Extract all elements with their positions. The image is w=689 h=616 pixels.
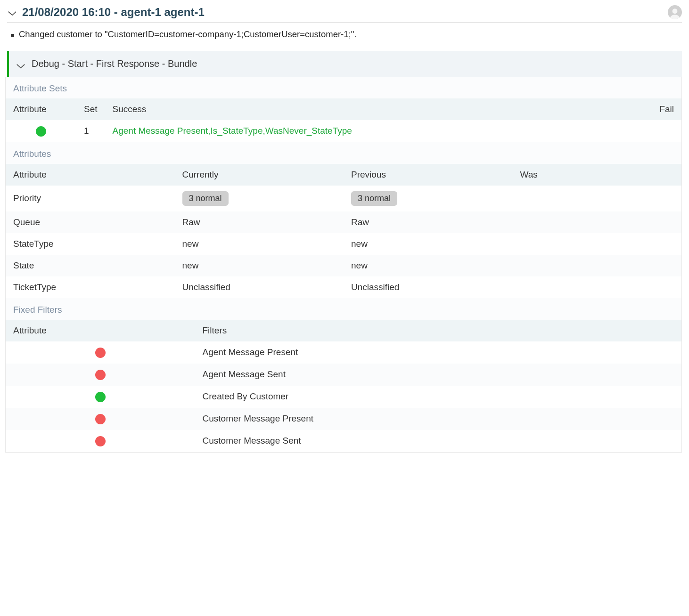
change-text: Changed customer to "CustomerID=customer… — [19, 29, 356, 40]
cell-filter: Agent Message Present — [195, 341, 681, 364]
change-list: Changed customer to "CustomerID=customer… — [7, 23, 682, 51]
cell-currently: new — [175, 233, 344, 255]
col-currently: Currently — [175, 164, 344, 186]
cell-was — [513, 255, 682, 276]
col-success: Success — [105, 98, 648, 120]
cell-previous: new — [344, 255, 513, 276]
table-row: TicketTypeUnclassifiedUnclassified — [6, 276, 681, 298]
cell-filter: Created By Customer — [195, 386, 681, 408]
cell-filter: Customer Message Sent — [195, 430, 681, 452]
cell-was — [513, 233, 682, 255]
cell-currently: new — [175, 255, 344, 276]
col-set: Set — [76, 98, 105, 120]
cell-currently: Unclassified — [175, 276, 344, 298]
cell-attribute: TicketType — [6, 276, 175, 298]
status-dot-icon — [36, 126, 46, 137]
cell-attribute: Priority — [6, 186, 175, 211]
section-title: Attributes — [6, 142, 681, 164]
avatar — [668, 5, 682, 19]
section-title: Attribute Sets — [6, 77, 681, 98]
cell-status — [6, 386, 195, 408]
cell-attribute: StateType — [6, 233, 175, 255]
value-tag: 3 normal — [182, 191, 229, 206]
cell-currently: 3 normal — [175, 186, 344, 211]
table-row: Agent Message Present — [6, 341, 681, 364]
history-entry-header[interactable]: 21/08/2020 16:10 - agent-1 agent-1 — [7, 2, 682, 23]
cell-status — [6, 430, 195, 452]
col-was: Was — [513, 164, 682, 186]
attribute-sets-table: Attribute Set Success Fail 1 Agent Messa… — [6, 98, 681, 142]
change-item: Changed customer to "CustomerID=customer… — [11, 29, 682, 40]
col-attribute: Attribute — [6, 164, 175, 186]
table-row: StateTypenewnew — [6, 233, 681, 255]
status-dot-icon — [95, 348, 106, 358]
cell-set: 1 — [76, 120, 105, 142]
table-row: Priority3 normal3 normal — [6, 186, 681, 211]
cell-filter: Agent Message Sent — [195, 364, 681, 386]
cell-was — [513, 211, 682, 233]
table-row: Customer Message Sent — [6, 430, 681, 452]
cell-fail — [648, 120, 681, 142]
cell-attribute: State — [6, 255, 175, 276]
debug-panel-title: Debug - Start - First Response - Bundle — [32, 58, 197, 69]
status-dot-icon — [95, 392, 106, 402]
section-title: Fixed Filters — [6, 298, 681, 320]
cell-was — [513, 276, 682, 298]
bullet-icon — [11, 34, 14, 37]
status-dot-icon — [95, 414, 106, 424]
cell-was — [513, 186, 682, 211]
attributes-table: Attribute Currently Previous Was Priorit… — [6, 164, 681, 298]
table-row: 1 Agent Message Present,Is_StateType,Was… — [6, 120, 681, 142]
history-entry-title: 21/08/2020 16:10 - agent-1 agent-1 — [22, 6, 205, 19]
cell-filter: Customer Message Present — [195, 408, 681, 430]
table-row: Statenewnew — [6, 255, 681, 276]
col-attribute: Attribute — [6, 320, 195, 341]
cell-success: Agent Message Present,Is_StateType,WasNe… — [105, 120, 648, 142]
cell-status — [6, 364, 195, 386]
table-row: QueueRawRaw — [6, 211, 681, 233]
cell-currently: Raw — [175, 211, 344, 233]
table-row: Customer Message Present — [6, 408, 681, 430]
cell-previous: Unclassified — [344, 276, 513, 298]
cell-previous: new — [344, 233, 513, 255]
cell-previous: Raw — [344, 211, 513, 233]
col-fail: Fail — [648, 98, 681, 120]
debug-panel: Debug - Start - First Response - Bundle — [7, 51, 682, 77]
fixed-filters-table: Attribute Filters Agent Message PresentA… — [6, 320, 681, 452]
cell-previous: 3 normal — [344, 186, 513, 211]
cell-status — [6, 341, 195, 364]
table-row: Agent Message Sent — [6, 364, 681, 386]
col-filters: Filters — [195, 320, 681, 341]
cell-attribute: Queue — [6, 211, 175, 233]
cell-status — [6, 408, 195, 430]
attribute-sets-section: Attribute Sets Attribute Set Success Fai… — [5, 77, 682, 453]
debug-panel-header[interactable]: Debug - Start - First Response - Bundle — [9, 51, 682, 77]
value-tag: 3 normal — [351, 191, 397, 206]
svg-point-0 — [673, 8, 678, 14]
status-dot-icon — [95, 370, 106, 380]
col-attribute: Attribute — [6, 98, 76, 120]
chevron-down-icon — [7, 9, 17, 16]
chevron-down-icon — [16, 61, 26, 67]
col-previous: Previous — [344, 164, 513, 186]
table-row: Created By Customer — [6, 386, 681, 408]
status-dot-icon — [95, 436, 106, 446]
